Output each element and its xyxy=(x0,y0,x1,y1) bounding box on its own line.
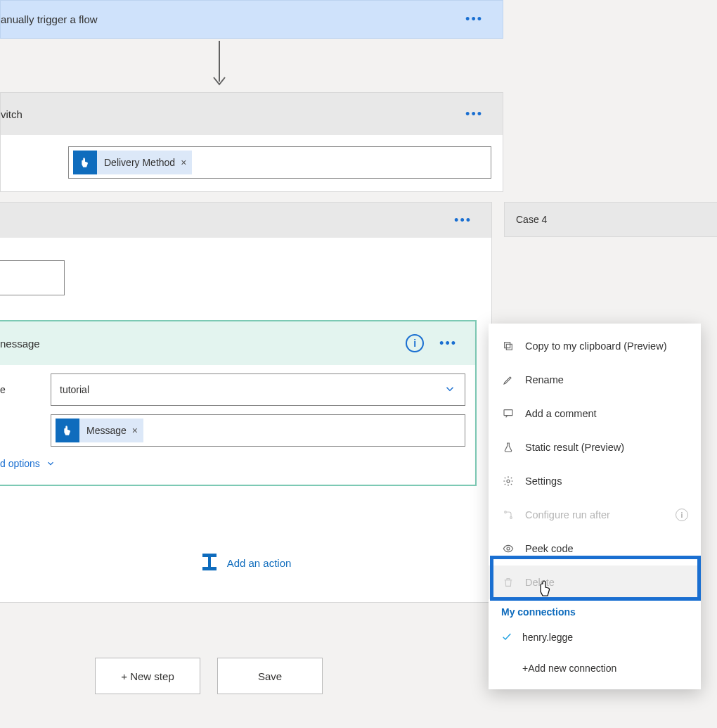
branch-icon xyxy=(501,509,515,521)
flow-arrow xyxy=(211,41,228,90)
svg-point-9 xyxy=(510,517,512,519)
menu-settings[interactable]: Settings xyxy=(489,464,701,498)
switch-title: vitch xyxy=(1,108,22,120)
menu-configure-run-after: Configure run after i xyxy=(489,498,701,532)
info-icon: i xyxy=(676,509,688,521)
switch-card[interactable]: vitch ••• Delivery Method × xyxy=(0,92,503,192)
svg-point-7 xyxy=(507,480,510,483)
add-step-icon xyxy=(200,554,219,573)
info-icon[interactable]: i xyxy=(406,334,424,352)
chevron-down-icon xyxy=(46,459,56,468)
svg-rect-2 xyxy=(208,557,211,567)
comment-icon xyxy=(501,408,515,419)
svg-rect-5 xyxy=(505,343,510,348)
menu-rename[interactable]: Rename xyxy=(489,363,701,397)
case-more-icon[interactable]: ••• xyxy=(448,209,477,232)
new-step-button[interactable]: + New step xyxy=(95,658,200,694)
case-card: ••• nessage i ••• e tutorial xyxy=(0,202,492,603)
svg-point-10 xyxy=(507,547,510,550)
message-body: e tutorial Message × xyxy=(0,365,475,485)
add-action-label: Add an action xyxy=(227,557,292,569)
menu-comment[interactable]: Add a comment xyxy=(489,397,701,430)
menu-copy[interactable]: Copy to my clipboard (Preview) xyxy=(489,329,701,363)
check-icon xyxy=(501,631,512,644)
gear-icon xyxy=(501,475,515,487)
menu-peek-code[interactable]: Peek code xyxy=(489,532,701,566)
token-remove-icon[interactable]: × xyxy=(132,425,138,436)
trigger-more-icon[interactable]: ••• xyxy=(460,8,489,31)
field-label: e xyxy=(0,384,51,395)
channel-select[interactable]: tutorial xyxy=(51,373,465,406)
pencil-icon xyxy=(501,374,515,385)
select-value: tutorial xyxy=(60,384,89,395)
menu-delete[interactable]: Delete xyxy=(489,566,701,599)
menu-static-result[interactable]: Static result (Preview) xyxy=(489,430,701,464)
case4-title: Case 4 xyxy=(516,214,547,225)
advanced-options-toggle[interactable]: d options xyxy=(0,455,465,473)
svg-rect-6 xyxy=(504,410,512,416)
svg-point-8 xyxy=(505,511,507,513)
svg-rect-3 xyxy=(202,567,217,570)
message-action-card[interactable]: nessage i ••• e tutorial xyxy=(0,320,477,486)
case4-header[interactable]: Case 4 xyxy=(504,202,717,237)
token-remove-icon[interactable]: × xyxy=(181,157,186,168)
svg-rect-1 xyxy=(202,554,217,557)
add-connection[interactable]: +Add new connection xyxy=(489,653,701,684)
trigger-title: anually trigger a flow xyxy=(1,13,98,25)
add-action-button[interactable]: Add an action xyxy=(0,554,491,573)
token-label: Message xyxy=(86,425,127,436)
token-delivery-method[interactable]: Delivery Method × xyxy=(73,151,192,174)
svg-rect-4 xyxy=(506,344,512,350)
message-input[interactable]: Message × xyxy=(51,414,465,447)
trigger-card[interactable]: anually trigger a flow ••• xyxy=(0,0,503,39)
switch-header[interactable]: vitch ••• xyxy=(1,93,503,135)
footer-buttons: + New step Save xyxy=(95,658,323,694)
eye-icon xyxy=(501,543,515,554)
advanced-options-label: d options xyxy=(0,458,40,469)
connection-item[interactable]: henry.legge xyxy=(489,622,701,653)
token-message[interactable]: Message × xyxy=(56,419,143,442)
switch-more-icon[interactable]: ••• xyxy=(460,103,489,126)
save-button[interactable]: Save xyxy=(217,658,323,694)
case-header[interactable]: ••• xyxy=(0,203,491,238)
copy-icon xyxy=(501,340,515,352)
flask-icon xyxy=(501,442,515,453)
menu-connections-header: My connections xyxy=(489,599,701,622)
switch-input[interactable]: Delivery Method × xyxy=(68,146,491,179)
message-header[interactable]: nessage i ••• xyxy=(0,321,475,365)
context-menu: Copy to my clipboard (Preview) Rename Ad… xyxy=(489,324,701,689)
message-title: nessage xyxy=(0,338,40,350)
chevron-down-icon xyxy=(444,383,456,397)
trash-icon xyxy=(501,577,515,588)
case-value-input[interactable] xyxy=(0,260,65,295)
token-label: Delivery Method xyxy=(104,157,175,168)
touch-icon xyxy=(73,151,97,174)
touch-icon xyxy=(56,419,79,442)
message-more-icon[interactable]: ••• xyxy=(434,332,463,355)
switch-body: Delivery Method × xyxy=(1,135,503,191)
